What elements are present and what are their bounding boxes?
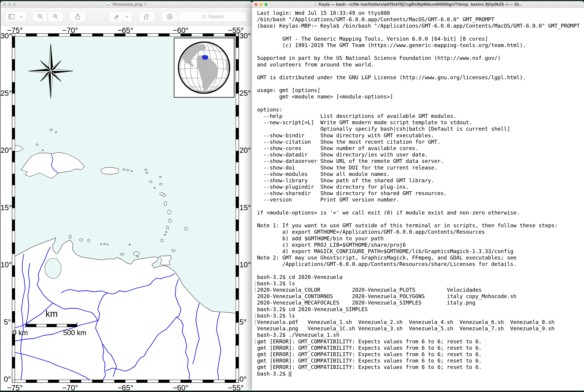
x-axis-label-top: −65° xyxy=(112,26,139,35)
x-axis-label-bottom: −60° xyxy=(167,384,194,391)
x-axis-label-bottom: −55° xyxy=(222,384,250,391)
search-input[interactable]: Search xyxy=(178,12,248,22)
pen-circle-icon xyxy=(166,14,173,20)
terminal-line: --version Print GMT version number. xyxy=(255,196,584,203)
zoom-in-button[interactable] xyxy=(48,12,63,22)
terminal-traffic-lights xyxy=(254,3,268,6)
terminal-line xyxy=(255,100,584,106)
annotate-pen-button[interactable] xyxy=(162,12,178,22)
terminal-line: bash-3.2$ cd 2020-Venezuela xyxy=(255,274,584,280)
terminal-title-text: Keyla — bash --rcfile /var/folders/q4/f3… xyxy=(318,2,522,7)
x-axis-label-bottom: −65° xyxy=(112,384,139,391)
terminal-line: /bin/bash "/Applications/GMT-6.0.0.app/C… xyxy=(255,16,584,22)
terminal-window: ⌂ Keyla — bash --rcfile /var/folders/q4/… xyxy=(252,1,584,391)
scale-bar-start: 0 km xyxy=(12,329,40,337)
terminal-line: gmt [ERROR]: GMT_COMPATIBILITY: Expects … xyxy=(255,345,584,351)
terminal-line: [bash-3.2$ ls xyxy=(255,312,584,319)
terminal-line: b) add $GMTHOME/bin to your path xyxy=(255,235,584,242)
terminal-line: GMT - The Generic Mapping Tools, Version… xyxy=(255,36,584,42)
sidebar-toggle-button[interactable] xyxy=(5,12,26,22)
terminal-line: if <module-options> is '=' we call exit … xyxy=(255,210,584,216)
terminal-line: 2020-Venezuela_CONTORNOS 2020-Venezuela_… xyxy=(255,293,584,300)
chevron-down-icon xyxy=(17,12,26,22)
y-axis-label-right: 15° xyxy=(240,203,252,212)
terminal-line: Supported in part by the US National Sci… xyxy=(255,55,584,61)
terminal-line: --show-doi Show the DOI for the current … xyxy=(255,164,584,171)
y-axis-label-right: 25° xyxy=(240,89,252,98)
chevron-down-icon xyxy=(122,12,131,22)
y-axis-label-right: 20° xyxy=(240,146,252,155)
search-icon xyxy=(202,14,206,19)
terminal-line: --show-bindir Show directory with GMT ex… xyxy=(255,132,584,139)
terminal-line: --show-datadir Show directory/ies with u… xyxy=(255,152,584,158)
terminal-line: options: xyxy=(255,106,584,113)
x-axis-label-bottom: −70° xyxy=(56,384,84,391)
terminal-line: [2020-Venezuela_COLOR 2020-Venezuela_PLO… xyxy=(255,287,584,293)
preview-title: Venezuela.png ∨ xyxy=(0,2,252,7)
terminal-line: gmt [ERROR]: GMT_COMPATIBILITY: Expects … xyxy=(255,358,584,364)
y-axis-label-left: 5° xyxy=(0,318,11,326)
terminal-line: (c) 1991-2019 The GMT Team (https://www.… xyxy=(255,42,584,48)
markup-highlight-button[interactable] xyxy=(109,12,132,22)
terminal-line: d) export MAGICK_CONFIGURE_PATH=$GMTHOME… xyxy=(255,248,584,254)
rotate-left-button[interactable] xyxy=(138,12,155,22)
terminal-line: --show-dataserver Show URL of the remote… xyxy=(255,158,584,164)
y-axis-label-right: 0° xyxy=(240,375,252,384)
terminal-line: Last login: Wed Jul 15 10:33:49 on ttys0… xyxy=(255,10,584,16)
zoom-out-button[interactable] xyxy=(33,12,48,22)
map-area: km 0 km 500 km −75°−75°−70°−70°−65°−65°−… xyxy=(0,26,252,391)
terminal-output[interactable]: Last login: Wed Jul 15 10:33:49 on ttys0… xyxy=(252,8,584,391)
terminal-line: a) export GMTHOME=/Applications/GMT-6.0.… xyxy=(255,229,584,235)
png-file-icon xyxy=(106,2,110,7)
y-axis-label-right: 5° xyxy=(240,318,252,326)
terminal-line: bash-3.2$ xyxy=(255,370,584,377)
terminal-line: gmt [ERROR]: GMT_COMPATIBILITY: Expects … xyxy=(255,364,584,370)
preview-toolbar: Search xyxy=(0,8,252,26)
title-chevron-icon[interactable]: ∨ xyxy=(144,2,146,6)
y-axis-label-left: 15° xyxy=(0,203,11,212)
magnifier-plus-icon xyxy=(52,14,58,20)
terminal-line: --show-library Show path of the shared G… xyxy=(255,177,584,184)
terminal-line: --show-citation Show the most recent cit… xyxy=(255,139,584,145)
close-button[interactable] xyxy=(3,3,6,6)
search-placeholder: Search xyxy=(208,14,224,20)
terminal-line: GMT is distributed under the GNU LGP Lic… xyxy=(255,74,584,81)
share-button[interactable] xyxy=(70,12,86,22)
terminal-line: --show-cores Show number of available co… xyxy=(255,145,584,152)
rotate-icon xyxy=(144,14,150,20)
terminal-line: /Applications/GMT-6.0.0.app/Contents/Res… xyxy=(255,261,584,267)
terminal-line xyxy=(255,68,584,74)
terminal-line: [gmt [ERROR]: GMT_COMPATIBILITY: Expects… xyxy=(255,338,584,345)
terminal-line: Note 2: GMT may use Ghostscript, Graphic… xyxy=(255,254,584,261)
minimize-button[interactable] xyxy=(8,3,11,6)
terminal-line: bash-3.2$ ./Venezuela_1.sh xyxy=(255,332,584,338)
terminal-line xyxy=(255,203,584,210)
close-button[interactable] xyxy=(254,3,258,6)
terminal-line: gmt <module name> [<module-options>] xyxy=(255,94,584,100)
preview-traffic-lights xyxy=(3,3,16,6)
terminal-line: Note 1: If you want to use GMT outside o… xyxy=(255,222,584,229)
minimize-button[interactable] xyxy=(260,3,262,6)
globe-inset xyxy=(174,38,234,97)
zoom-window-button[interactable] xyxy=(13,3,16,6)
y-axis-label-left: 0° xyxy=(0,375,11,384)
x-axis-label-bottom: −75° xyxy=(1,384,28,391)
terminal-line: bash-3.2$ cd 2020-Venezuela_SIMPLES xyxy=(255,306,584,312)
terminal-line xyxy=(255,29,584,36)
terminal-line: --show-sharedir Show directory for share… xyxy=(255,190,584,196)
y-axis-label-right: 30° xyxy=(240,32,252,40)
terminal-titlebar[interactable]: ⌂ Keyla — bash --rcfile /var/folders/q4/… xyxy=(252,1,584,8)
y-axis-label-left: 10° xyxy=(0,260,11,269)
preview-titlebar[interactable]: Venezuela.png ∨ xyxy=(0,1,252,8)
terminal-line: Venezuela.png Venezuela_1C.sh Venezuela_… xyxy=(255,325,584,332)
terminal-line xyxy=(255,81,584,87)
zoom-window-button[interactable] xyxy=(264,3,268,6)
y-axis-label-left: 30° xyxy=(0,32,11,40)
share-icon xyxy=(75,14,80,20)
y-axis-label-left: 25° xyxy=(0,89,11,98)
terminal-line: (base) Keylas-MBP:~ Keyla$ /bin/bash "/A… xyxy=(255,22,584,29)
magnifier-minus-icon xyxy=(37,14,43,20)
preview-window: Venezuela.png ∨ xyxy=(0,1,252,391)
terminal-line xyxy=(255,48,584,55)
scale-bar-end: 500 km xyxy=(59,329,91,337)
